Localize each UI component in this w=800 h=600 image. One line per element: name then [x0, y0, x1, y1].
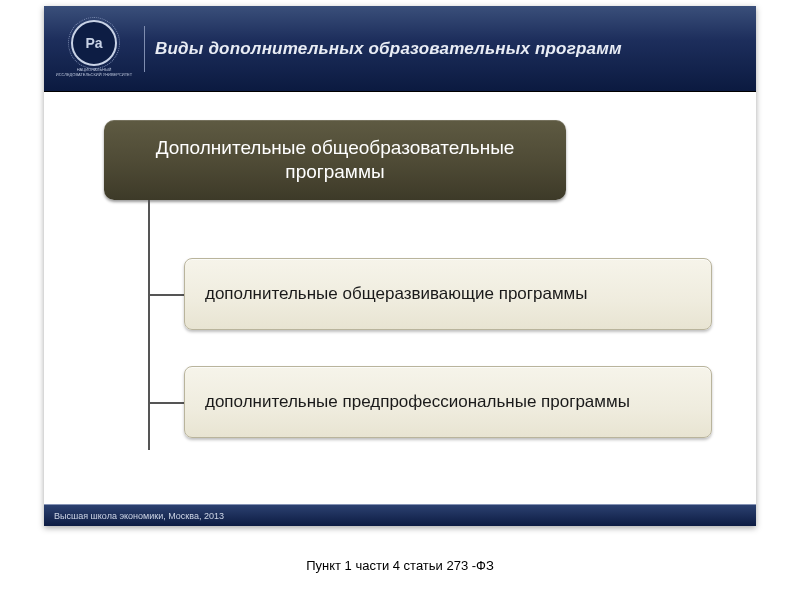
diagram-child-1: дополнительные общеразвивающие программы: [184, 258, 712, 330]
caption: Пункт 1 части 4 статьи 273 -ФЗ: [0, 558, 800, 573]
diagram-child-2: дополнительные предпрофессиональные прог…: [184, 366, 712, 438]
header-divider: [144, 26, 145, 72]
logo-text: Ра: [86, 35, 103, 51]
logo-block: Ра НАЦИОНАЛЬНЫЙ ИССЛЕДОВАТЕЛЬСКИЙ УНИВЕР…: [44, 6, 144, 92]
slide-title: Виды дополнительных образовательных прог…: [155, 39, 622, 59]
slide-header: Ра НАЦИОНАЛЬНЫЙ ИССЛЕДОВАТЕЛЬСКИЙ УНИВЕР…: [44, 6, 756, 92]
slide-body: Дополнительные общеобразовательные прогр…: [44, 92, 756, 502]
logo-subtitle: НАЦИОНАЛЬНЫЙ ИССЛЕДОВАТЕЛЬСКИЙ УНИВЕРСИТ…: [54, 68, 134, 77]
logo-icon: Ра: [71, 20, 117, 66]
footer-text: Высшая школа экономики, Москва, 2013: [54, 511, 224, 521]
slide-footer: Высшая школа экономики, Москва, 2013: [44, 504, 756, 526]
diagram-root: Дополнительные общеобразовательные прогр…: [104, 120, 566, 200]
connector-h-1: [148, 294, 184, 296]
connector-vertical: [148, 200, 150, 450]
slide: Ра НАЦИОНАЛЬНЫЙ ИССЛЕДОВАТЕЛЬСКИЙ УНИВЕР…: [44, 6, 756, 526]
connector-h-2: [148, 402, 184, 404]
